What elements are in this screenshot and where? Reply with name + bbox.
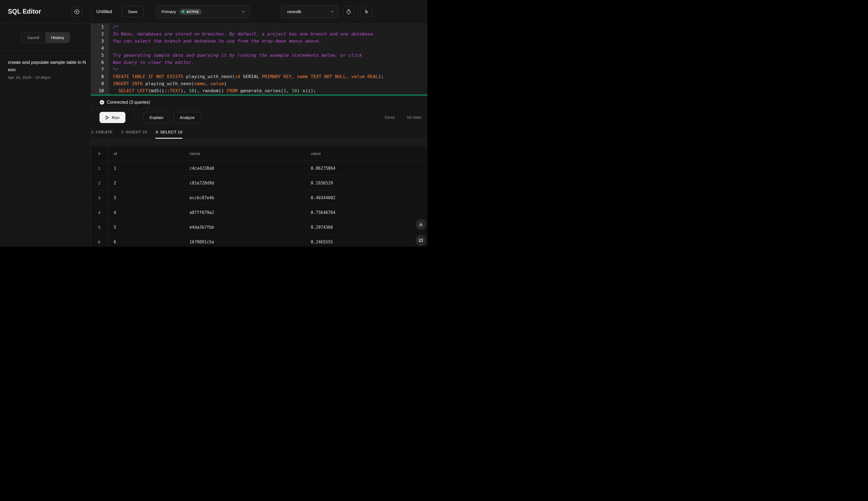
table-cell: c4ca4238a0	[184, 161, 305, 175]
ai-assist-button[interactable]	[361, 6, 372, 17]
run-label: Run	[112, 115, 119, 120]
actions-divider	[134, 113, 135, 121]
table-row[interactable]: 44a87ff679a20.75646764	[91, 205, 427, 220]
line-number: 3	[91, 38, 109, 45]
code-text: INSERT INTO playing_with_neon(name, valu…	[109, 80, 227, 87]
column-header: name	[184, 147, 305, 161]
table-cell: eccbc87e4b	[184, 191, 305, 205]
circle-plus-icon	[74, 9, 80, 15]
code-line[interactable]: 2In Neon, databases are stored on branch…	[91, 31, 427, 38]
code-line[interactable]: 1/*	[91, 23, 427, 31]
column-header: #	[91, 147, 108, 161]
branch-name: Primary	[161, 9, 176, 14]
line-number: 10	[91, 87, 109, 94]
code-line[interactable]: 3You can select the branch and database …	[91, 38, 427, 45]
table-row[interactable]: 22c81e728d9d0.1936529	[91, 176, 427, 191]
table-cell: 5	[91, 220, 108, 234]
stopwatch-icon	[346, 9, 352, 15]
table-cell: 0.75646764	[305, 205, 427, 220]
expand-icon	[418, 238, 424, 243]
code-line[interactable]: 4	[91, 45, 427, 52]
table-cell: 1679091c5a	[184, 235, 305, 247]
code-text: In Neon, databases are stored on branche…	[109, 31, 376, 38]
sidebar-divider	[0, 50, 90, 51]
column-header: id	[108, 147, 184, 161]
main-topbar: Untitled Save Primary ACTIVE neondb	[91, 0, 427, 23]
table-cell: 3	[91, 191, 108, 205]
query-row-count: 10 rows	[407, 115, 421, 120]
active-dot-icon	[182, 10, 184, 13]
table-cell: 0.2974366	[305, 220, 427, 234]
code-text: /*	[109, 23, 118, 31]
code-text: */	[109, 66, 118, 73]
line-number: 1	[91, 23, 109, 31]
code-editor[interactable]: 1/*2In Neon, databases are stored on bra…	[91, 23, 427, 94]
tab-create[interactable]: 1: CREATE	[91, 125, 113, 139]
sparkles-icon	[363, 9, 370, 15]
table-cell: 5	[108, 220, 184, 234]
code-line[interactable]: 9INSERT INTO playing_with_neon(name, val…	[91, 80, 427, 87]
code-line[interactable]: 8CREATE TABLE IF NOT EXISTS playing_with…	[91, 73, 427, 80]
table-cell: 4	[108, 205, 184, 220]
code-line[interactable]: 10 SELECT LEFT(md5(i::TEXT), 10), random…	[91, 87, 427, 94]
query-duration: 51ms	[385, 115, 395, 120]
line-number: 2	[91, 31, 109, 38]
table-row[interactable]: 11c4ca4238a00.86275864	[91, 161, 427, 176]
tab-history[interactable]: History	[45, 32, 70, 43]
save-button[interactable]: Save	[122, 6, 144, 17]
code-text: New Query to clear the editor.	[109, 59, 194, 66]
run-button[interactable]: Run	[99, 112, 125, 123]
table-cell: 2	[108, 176, 184, 190]
tab-saved[interactable]: Saved	[21, 32, 45, 43]
play-icon	[106, 115, 109, 120]
history-item-date: Apr 16, 2025 - 10:46pm	[8, 75, 86, 80]
table-row[interactable]: 55e4da3b7fbb0.2974366	[91, 220, 427, 235]
query-name[interactable]: Untitled	[96, 0, 112, 23]
branch-select[interactable]: Primary ACTIVE	[156, 5, 250, 18]
main-panel: Untitled Save Primary ACTIVE neondb	[91, 0, 427, 247]
tab-insert[interactable]: 2: INSERT 10	[121, 125, 147, 139]
line-number: 9	[91, 80, 109, 87]
history-list-item[interactable]: create and populate sample table in Neon…	[8, 59, 86, 80]
column-header: value	[305, 147, 427, 161]
download-results-button[interactable]	[416, 219, 426, 230]
table-header: #idnamevalue	[91, 147, 427, 161]
code-text: SELECT LEFT(md5(i::TEXT), 10), random() …	[109, 87, 316, 94]
code-line[interactable]: 6New Query to clear the editor.	[91, 59, 427, 66]
table-cell: e4da3b7fbb	[184, 220, 305, 234]
topbar-divider	[149, 0, 150, 23]
connection-status-text: Connected (3 queries)	[107, 100, 150, 105]
code-line[interactable]: 7*/	[91, 66, 427, 73]
database-select[interactable]: neondb	[281, 5, 339, 18]
table-row[interactable]: 661679091c5a0.2465555	[91, 235, 427, 247]
line-number: 4	[91, 45, 109, 52]
history-item-title: create and populate sample table in Neon	[8, 59, 86, 73]
saved-history-toggle: Saved History	[21, 32, 70, 43]
line-number: 6	[91, 59, 109, 66]
table-body: 11c4ca4238a00.8627586422c81e728d9d0.1936…	[91, 161, 427, 247]
check-circle-icon	[99, 100, 105, 105]
code-text: Try generating sample data and querying …	[109, 52, 362, 59]
results-band	[91, 139, 427, 147]
code-text: You can select the branch and database t…	[109, 38, 321, 45]
line-number: 8	[91, 73, 109, 80]
new-query-button[interactable]	[72, 7, 82, 17]
connection-status-row: Connected (3 queries)	[91, 96, 427, 109]
table-cell: 0.40344602	[305, 191, 427, 205]
query-timing-button[interactable]	[343, 6, 354, 17]
fullscreen-button[interactable]	[416, 235, 426, 246]
analyze-button[interactable]: Analyze	[173, 112, 201, 123]
table-cell: 1	[108, 161, 184, 175]
chevron-down-icon	[242, 11, 245, 13]
explain-button[interactable]: Explain	[143, 112, 169, 123]
table-row[interactable]: 33eccbc87e4b0.40344602	[91, 191, 427, 205]
tab-select[interactable]: 3: SELECT 10	[155, 125, 183, 139]
table-cell: 6	[108, 235, 184, 247]
topbar-divider	[358, 3, 358, 20]
code-text	[109, 45, 113, 52]
sql-editor-app: SQL Editor Saved History create and popu…	[0, 0, 427, 247]
code-lines: 1/*2In Neon, databases are stored on bra…	[91, 23, 427, 94]
code-line[interactable]: 5Try generating sample data and querying…	[91, 52, 427, 59]
table-cell: a87ff679a2	[184, 205, 305, 220]
line-number: 7	[91, 66, 109, 73]
